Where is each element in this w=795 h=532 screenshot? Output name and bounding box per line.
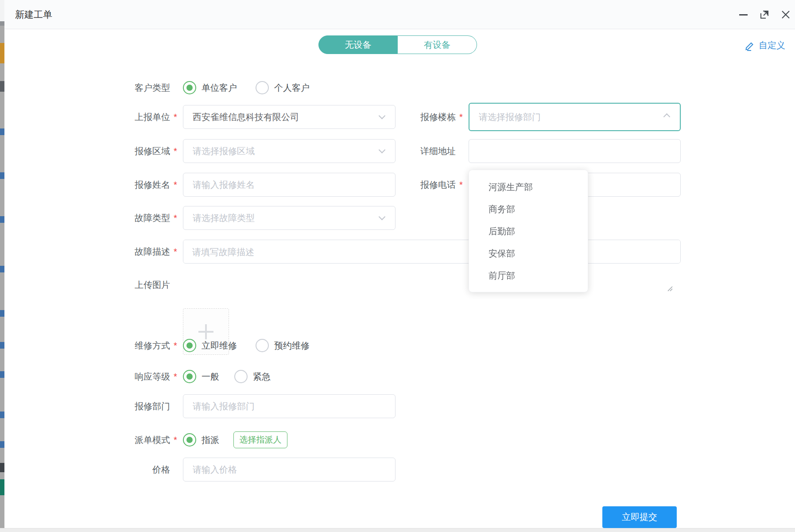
submit-button[interactable]: 立即提交 (602, 506, 677, 528)
window-bottom-edge (0, 528, 795, 532)
maximize-icon (760, 10, 769, 19)
repair-name-label: 报修姓名 (4, 179, 170, 191)
new-work-order-modal: 新建工单 无设备 有设备 (0, 0, 795, 532)
chevron-down-icon (379, 214, 386, 221)
repair-phone-label: 报修电话 (396, 179, 456, 191)
tab-no-device[interactable]: 无设备 (318, 35, 398, 54)
required-mark: * (170, 180, 183, 190)
chevron-down-icon (379, 147, 386, 154)
repair-building-label: 报修楼栋 (396, 111, 456, 123)
fault-desc-textarea[interactable] (183, 240, 681, 264)
radio-appointment-repair-label[interactable]: 预约维修 (274, 340, 310, 352)
repair-dept-input[interactable] (183, 394, 396, 418)
repair-area-placeholder: 请选择报修区域 (183, 145, 255, 157)
minimize-button[interactable] (737, 9, 749, 20)
maximize-button[interactable] (759, 9, 770, 20)
window-title: 新建工单 (15, 0, 52, 29)
dropdown-option[interactable]: 安保部 (469, 242, 588, 264)
repair-dept-label: 报修部门 (4, 400, 170, 412)
radio-unit-customer[interactable] (183, 81, 196, 94)
report-unit-value: 西安雀维信息科技有限公司 (183, 111, 299, 123)
fault-desc-label: 故障描述 (4, 246, 170, 258)
price-label: 价格 (4, 464, 170, 476)
customer-type-label: 客户类型 (4, 82, 170, 94)
report-unit-select[interactable]: 西安雀维信息科技有限公司 (183, 105, 396, 129)
radio-immediate-repair[interactable] (183, 339, 196, 352)
chevron-down-icon (379, 113, 386, 120)
window-titlebar: 新建工单 (4, 0, 795, 29)
repair-mode-label: 维修方式 (4, 340, 170, 352)
required-mark: * (170, 146, 183, 156)
fault-type-label: 故障类型 (4, 212, 170, 224)
dropdown-option[interactable]: 后勤部 (469, 220, 588, 242)
radio-appointment-repair[interactable] (256, 339, 269, 352)
required-mark: * (456, 112, 469, 122)
radio-immediate-repair-label[interactable]: 立即维修 (202, 340, 237, 352)
detail-address-label: 详细地址 (396, 145, 456, 157)
customize-link[interactable]: 自定义 (745, 39, 785, 51)
minimize-icon (739, 14, 748, 16)
choose-assignee-button[interactable]: 选择指派人 (233, 431, 287, 448)
tab-with-device[interactable]: 有设备 (398, 35, 477, 54)
repair-name-input[interactable] (183, 173, 396, 197)
radio-personal-customer[interactable] (256, 81, 269, 94)
radio-assign[interactable] (183, 433, 196, 447)
repair-area-label: 报修区域 (4, 145, 170, 157)
backdrop-sliver (0, 0, 4, 532)
radio-assign-label[interactable]: 指派 (202, 434, 219, 446)
radio-normal-level-label[interactable]: 一般 (202, 371, 219, 383)
fault-type-placeholder: 请选择故障类型 (183, 212, 255, 224)
required-mark: * (170, 213, 183, 223)
dispatch-mode-label: 派单模式 (4, 434, 170, 446)
radio-urgent-level[interactable] (234, 370, 248, 383)
customize-label: 自定义 (759, 39, 785, 51)
required-mark: * (170, 435, 183, 445)
price-input[interactable] (183, 458, 396, 482)
edit-pencil-icon (745, 40, 755, 51)
detail-address-input[interactable] (469, 139, 681, 163)
dropdown-option[interactable]: 前厅部 (469, 264, 588, 287)
required-mark: * (170, 112, 183, 122)
close-button[interactable] (780, 9, 791, 20)
report-unit-label: 上报单位 (4, 111, 170, 123)
required-mark: * (456, 180, 469, 190)
device-tabs: 无设备 有设备 (318, 35, 477, 54)
fault-type-select[interactable]: 请选择故障类型 (183, 206, 396, 230)
required-mark: * (170, 372, 183, 382)
radio-unit-customer-label[interactable]: 单位客户 (202, 82, 237, 94)
radio-normal-level[interactable] (183, 370, 196, 383)
upload-image-label: 上传图片 (4, 279, 170, 291)
repair-building-placeholder: 请选择报修部门 (469, 111, 541, 123)
repair-building-select[interactable]: 请选择报修部门 (469, 103, 681, 131)
radio-urgent-level-label[interactable]: 紧急 (253, 371, 271, 383)
repair-area-select[interactable]: 请选择报修区域 (183, 139, 396, 163)
dropdown-option[interactable]: 河源生产部 (469, 176, 588, 198)
required-mark: * (170, 341, 183, 351)
radio-personal-customer-label[interactable]: 个人客户 (274, 82, 310, 94)
repair-building-dropdown: 河源生产部 商务部 后勤部 安保部 前厅部 (469, 170, 588, 292)
chevron-up-icon (663, 113, 671, 120)
close-icon (781, 10, 790, 19)
response-level-label: 响应等级 (4, 371, 170, 383)
dropdown-option[interactable]: 商务部 (469, 198, 588, 220)
required-mark: * (170, 247, 183, 257)
